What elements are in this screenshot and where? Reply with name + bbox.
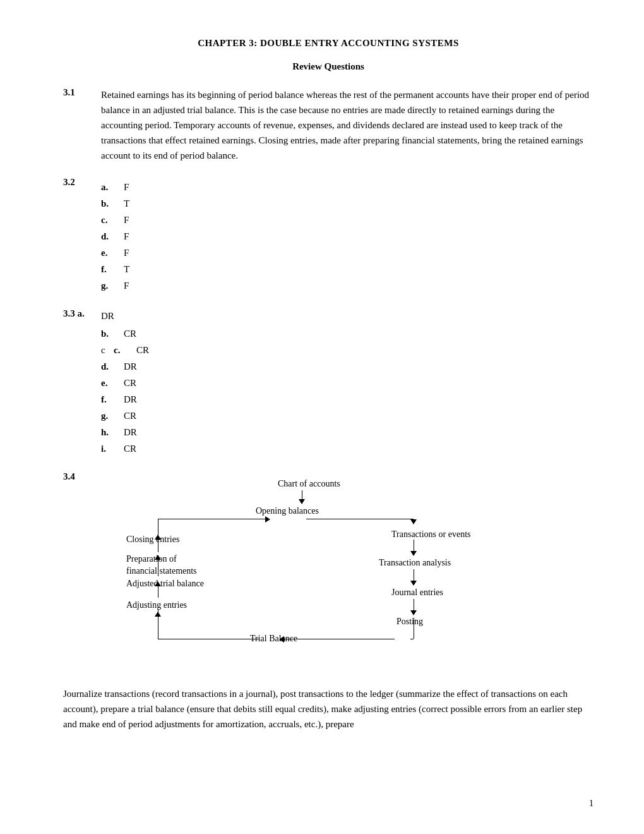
arrow-down-je	[414, 599, 414, 610]
q33-list: b.CRcc.CRd.DRe.CRf.DRg.CRh.DRi.CR	[101, 326, 593, 456]
q33-item: e.CR	[101, 375, 593, 390]
q33-item: i.CR	[101, 441, 593, 456]
q34-number: 3.4	[63, 471, 101, 482]
bottom-paragraph: Journalize transactions (record transact…	[63, 686, 593, 732]
q31-text: Retained earnings has its beginning of p…	[101, 87, 593, 163]
opening-balances-label: Opening balances	[256, 505, 319, 517]
page-number: 1	[589, 799, 593, 809]
question-34: 3.4 Chart of accounts Opening balances C…	[63, 471, 593, 672]
q33-item: b.CR	[101, 326, 593, 341]
sub-label: f.	[101, 392, 124, 407]
h-line-bottom-left	[158, 639, 259, 639]
q33-item: g.CR	[101, 408, 593, 423]
arrow-up-ae	[158, 586, 158, 598]
sub-label: b.	[101, 326, 124, 341]
sub-val: T	[124, 196, 129, 211]
q32-item: g.F	[101, 278, 593, 293]
q32-list: a.Fb.Tc.Fd.Fe.Ff.Tg.F	[101, 179, 593, 293]
arrowhead-down-1	[299, 499, 305, 504]
arrow-down-trans	[414, 540, 414, 551]
arrowhead-up-atb	[155, 555, 161, 560]
q33-item: h.DR	[101, 425, 593, 440]
sub-val: F	[124, 229, 129, 244]
sub-val: DR	[124, 359, 137, 374]
q33-prefix: c	[101, 342, 114, 358]
q32-content: a.Fb.Tc.Fd.Fe.Ff.Tg.F	[101, 177, 593, 294]
sub-val: CR	[124, 441, 136, 456]
sub-val: F	[124, 245, 129, 260]
q32-item: d.F	[101, 229, 593, 244]
q32-item: c.F	[101, 212, 593, 227]
arrow-up-atb	[158, 560, 158, 576]
q32-number: 3.2	[63, 177, 101, 188]
q33-content: DR b.CRcc.CRd.DRe.CRf.DRg.CRh.DRi.CR	[101, 308, 593, 457]
adjusting-entries-label: Adjusting entries	[126, 599, 187, 612]
q33-number: 3.3 a.	[63, 308, 101, 319]
sub-label: i.	[101, 441, 124, 456]
sub-val: CR	[124, 408, 136, 423]
adjusted-trial-balance-label: Adjusted trial balance	[126, 577, 204, 590]
arrowhead-up-ce	[155, 535, 161, 540]
arrowhead-right-down	[410, 519, 417, 524]
sub-label: d.	[101, 229, 124, 244]
sub-label: h.	[101, 425, 124, 440]
arrowhead-down-ta	[410, 581, 417, 586]
q33-item: f.DR	[101, 392, 593, 407]
prep-financial-label: Preparation offinancial statements	[126, 553, 197, 577]
sub-val: CR	[136, 342, 149, 358]
sub-val: DR	[124, 392, 137, 407]
sub-val: F	[124, 278, 129, 293]
arrowhead-right-top	[265, 516, 270, 523]
arrow-down-1	[302, 490, 302, 499]
sub-label: g.	[101, 408, 124, 423]
h-line-bottom-right	[284, 639, 395, 639]
arrow-down-ta	[414, 569, 414, 581]
v-line-left-up	[158, 519, 158, 535]
sub-val: CR	[124, 375, 136, 390]
sub-label: a.	[101, 179, 124, 195]
diagram: Chart of accounts Opening balances Closi…	[126, 478, 556, 661]
sub-val: T	[124, 262, 129, 277]
sub-label: d.	[101, 359, 124, 374]
q32-item: a.F	[101, 179, 593, 195]
section-title: Review Questions	[63, 61, 593, 72]
sub-val: CR	[124, 326, 136, 341]
transactions-events-label: Transactions or events	[391, 528, 470, 541]
arrowhead-down-je	[410, 610, 417, 615]
question-33: 3.3 a. DR b.CRcc.CRd.DRe.CRf.DRg.CRh.DRi…	[63, 308, 593, 457]
q31-number: 3.1	[63, 87, 101, 98]
arrowhead-down-trans	[410, 551, 417, 556]
chart-of-accounts-label: Chart of accounts	[278, 478, 340, 490]
question-32: 3.2 a.Fb.Tc.Fd.Fe.Ff.Tg.F	[63, 177, 593, 294]
sub-label: e.	[101, 375, 124, 390]
q32-item: e.F	[101, 245, 593, 260]
sub-label: b.	[101, 196, 124, 211]
sub-label: g.	[101, 278, 124, 293]
arrow-down-posting	[414, 618, 414, 639]
h-line-top-left	[158, 519, 268, 519]
q33-item: cc.CR	[101, 342, 593, 358]
journal-entries-label: Journal entries	[391, 586, 443, 599]
sub-label: e.	[101, 245, 124, 260]
sub-label: c.	[101, 212, 124, 227]
chapter-title: CHAPTER 3: DOUBLE ENTRY ACCOUNTING SYSTE…	[63, 38, 593, 49]
h-line-top-right	[306, 519, 414, 519]
posting-label: Posting	[397, 615, 423, 628]
sub-label: f.	[101, 262, 124, 277]
sub-val: DR	[124, 425, 137, 440]
arrow-up-ce	[158, 540, 158, 552]
sub-val: F	[124, 179, 129, 195]
arrow-down-ae	[158, 609, 158, 639]
closing-entries-label: Closing entries	[126, 533, 179, 546]
question-31: 3.1 Retained earnings has its beginning …	[63, 87, 593, 163]
sub-label: c.	[114, 342, 136, 358]
q32-item: b.T	[101, 196, 593, 211]
sub-val: F	[124, 212, 129, 227]
arrowhead-up-ae	[155, 581, 161, 586]
q32-item: f.T	[101, 262, 593, 277]
transaction-analysis-label: Transaction analysis	[379, 557, 451, 569]
h-posting	[410, 639, 414, 639]
trial-balance-label: Trial Balance	[250, 632, 297, 645]
q33-item: d.DR	[101, 359, 593, 374]
